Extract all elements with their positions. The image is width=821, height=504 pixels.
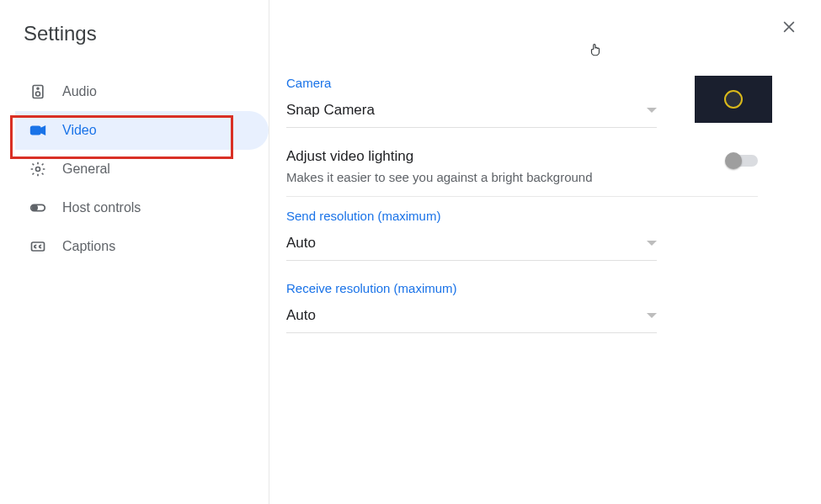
svg-point-6 — [33, 205, 38, 210]
sidebar-item-captions[interactable]: Captions — [15, 227, 269, 266]
gear-icon — [29, 160, 47, 178]
chevron-down-icon — [647, 108, 657, 113]
cursor-pointer-icon — [588, 42, 603, 57]
camera-dropdown[interactable]: Snap Camera — [286, 98, 657, 128]
camera-preview-thumbnail — [695, 76, 772, 123]
sidebar-item-general[interactable]: General — [15, 150, 269, 188]
close-button[interactable] — [781, 19, 797, 35]
videocam-icon — [29, 121, 47, 140]
svg-point-4 — [36, 167, 40, 172]
settings-title: Settings — [0, 22, 269, 45]
sidebar-item-label: Host controls — [62, 200, 141, 215]
sidebar-item-label: Captions — [62, 239, 115, 254]
sidebar-item-video[interactable]: Video — [15, 111, 269, 150]
settings-main-panel: Camera Snap Camera Adjust video lighting… — [269, 0, 821, 504]
sidebar-item-audio[interactable]: Audio — [15, 72, 269, 111]
svg-point-1 — [36, 92, 40, 96]
receive-resolution-label: Receive resolution (maximum) — [286, 281, 796, 295]
cc-icon — [29, 237, 47, 256]
sidebar-item-label: Video — [62, 123, 97, 138]
lighting-description: Makes it easier to see you against a bri… — [286, 170, 648, 184]
send-resolution-dropdown[interactable]: Auto — [286, 231, 657, 261]
chevron-down-icon — [647, 241, 657, 246]
sidebar-item-label: General — [62, 162, 110, 177]
speaker-icon — [29, 82, 47, 101]
avatar — [724, 90, 743, 109]
send-resolution-label: Send resolution (maximum) — [286, 209, 796, 223]
receive-resolution-value: Auto — [286, 307, 316, 324]
receive-resolution-dropdown[interactable]: Auto — [286, 304, 657, 333]
chevron-down-icon — [647, 313, 657, 318]
camera-dropdown-value: Snap Camera — [286, 102, 375, 119]
sidebar-item-label: Audio — [62, 84, 97, 99]
lighting-toggle[interactable] — [728, 155, 758, 167]
send-resolution-value: Auto — [286, 235, 316, 252]
toggle-knob — [725, 152, 742, 169]
svg-rect-3 — [31, 126, 40, 134]
toggle-icon — [29, 199, 47, 217]
svg-rect-7 — [32, 242, 45, 251]
lighting-title: Adjust video lighting — [286, 148, 728, 165]
sidebar-item-host-controls[interactable]: Host controls — [15, 188, 269, 227]
svg-point-2 — [37, 88, 39, 89]
settings-sidebar: Settings Audio — [0, 0, 269, 504]
